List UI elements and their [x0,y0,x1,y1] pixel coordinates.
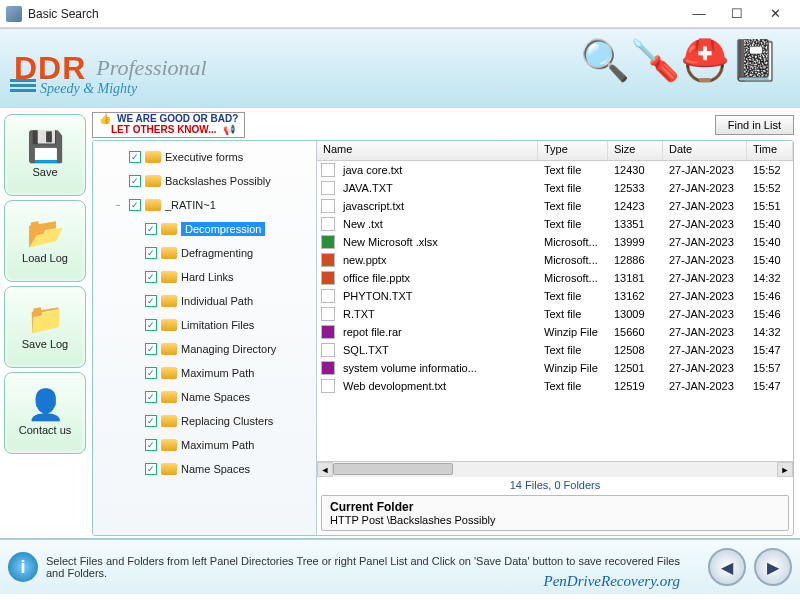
find-in-list-button[interactable]: Find in List [715,115,794,135]
tree-node[interactable]: Replacing Clusters [95,409,314,433]
file-row[interactable]: PHYTON.TXTText file1316227-JAN-202315:46 [317,287,793,305]
folder-icon [145,199,161,211]
file-size: 15660 [608,324,663,340]
scroll-thumb[interactable] [333,463,453,475]
tree-checkbox[interactable] [145,367,157,379]
tree-node[interactable]: Hard Links [95,265,314,289]
file-icon [321,163,335,177]
file-icon [321,325,335,339]
scroll-left-icon[interactable]: ◄ [317,462,333,477]
col-date[interactable]: Date [663,141,747,160]
col-name[interactable]: Name [317,141,538,160]
tree-label: Backslashes Possibly [165,175,271,187]
rating-banner[interactable]: 👍 WE ARE GOOD OR BAD? LET OTHERS KNOW...… [92,112,245,138]
file-type: Winzip File [538,360,608,376]
tree-checkbox[interactable] [145,295,157,307]
tree-label: Name Spaces [181,463,250,475]
tools-graphic: 🔍🪛⛑️📓 [580,37,780,84]
close-button[interactable]: ✕ [756,1,794,27]
file-row[interactable]: java core.txtText file1243027-JAN-202315… [317,161,793,179]
file-row[interactable]: New .txtText file1335127-JAN-202315:40 [317,215,793,233]
maximize-button[interactable]: ☐ [718,1,756,27]
file-icon [321,379,335,393]
file-icon [321,217,335,231]
file-row[interactable]: repot file.rarWinzip File1566027-JAN-202… [317,323,793,341]
horizontal-scrollbar[interactable]: ◄ ► [317,461,793,477]
tree-checkbox[interactable] [145,415,157,427]
tree-label: Name Spaces [181,391,250,403]
tree-node[interactable]: Individual Path [95,289,314,313]
tree-node[interactable]: −_RATIN~1 [95,193,314,217]
tree-node[interactable]: Backslashes Possibly [95,169,314,193]
brand-tagline: Speedy & Mighty [40,81,137,97]
tree-node[interactable]: Maximum Path [95,361,314,385]
file-list[interactable]: java core.txtText file1243027-JAN-202315… [317,161,793,461]
tree-checkbox[interactable] [145,271,157,283]
file-icon [321,307,335,321]
tree-checkbox[interactable] [129,175,141,187]
file-icon [321,253,335,267]
col-time[interactable]: Time [747,141,793,160]
sidebar-contact-us[interactable]: 👤Contact us [4,372,86,454]
sidebar-save[interactable]: 💾Save [4,114,86,196]
tree-checkbox[interactable] [145,343,157,355]
file-date: 27-JAN-2023 [663,180,747,196]
file-row[interactable]: Web devolopment.txtText file1251927-JAN-… [317,377,793,395]
tree-checkbox[interactable] [145,247,157,259]
file-time: 14:32 [747,324,793,340]
minimize-button[interactable]: — [680,1,718,27]
file-row[interactable]: SQL.TXTText file1250827-JAN-202315:47 [317,341,793,359]
folder-icon [161,439,177,451]
file-list-header[interactable]: Name Type Size Date Time [317,141,793,161]
file-row[interactable]: office file.pptxMicrosoft...1318127-JAN-… [317,269,793,287]
tree-checkbox[interactable] [145,319,157,331]
tree-twist-icon[interactable]: − [111,200,125,210]
file-name: Web devolopment.txt [337,378,538,394]
col-size[interactable]: Size [608,141,663,160]
tree-checkbox[interactable] [129,199,141,211]
file-row[interactable]: R.TXTText file1300927-JAN-202315:46 [317,305,793,323]
next-button[interactable]: ▶ [754,548,792,586]
file-type: Text file [538,180,608,196]
folder-icon [161,415,177,427]
tree-checkbox[interactable] [145,463,157,475]
tree-node[interactable]: Maximum Path [95,433,314,457]
col-type[interactable]: Type [538,141,608,160]
file-time: 15:40 [747,234,793,250]
file-row[interactable]: new.pptxMicrosoft...1288627-JAN-202315:4… [317,251,793,269]
tree-label: Maximum Path [181,439,254,451]
tree-node[interactable]: Name Spaces [95,457,314,481]
current-folder-panel: Current Folder HTTP Post \Backslashes Po… [321,495,789,531]
tree-checkbox[interactable] [129,151,141,163]
sidebar-icon: 💾 [27,132,64,162]
scroll-right-icon[interactable]: ► [777,462,793,477]
tree-node[interactable]: Decompression [95,217,314,241]
file-type: Winzip File [538,324,608,340]
file-name: repot file.rar [337,324,538,340]
tree-node[interactable]: Executive forms [95,145,314,169]
folder-icon [161,295,177,307]
file-row[interactable]: New Microsoft .xlsxMicrosoft...1399927-J… [317,233,793,251]
file-row[interactable]: javascript.txtText file1242327-JAN-20231… [317,197,793,215]
sidebar-load-log[interactable]: 📂Load Log [4,200,86,282]
tree-node[interactable]: Managing Directory [95,337,314,361]
tree-checkbox[interactable] [145,439,157,451]
file-type: Microsoft... [538,270,608,286]
folder-tree[interactable]: Executive formsBackslashes Possibly−_RAT… [93,141,317,535]
file-icon [321,343,335,357]
tree-checkbox[interactable] [145,391,157,403]
prev-button[interactable]: ◀ [708,548,746,586]
tree-node[interactable]: Defragmenting [95,241,314,265]
tree-label: _RATIN~1 [165,199,216,211]
sidebar-save-log[interactable]: 📁Save Log [4,286,86,368]
file-name: new.pptx [337,252,538,268]
tree-checkbox[interactable] [145,223,157,235]
footer: i Select Files and Folders from left Pan… [0,538,800,594]
window-title: Basic Search [28,7,680,21]
current-folder-path: HTTP Post \Backslashes Possibly [330,514,780,526]
file-type: Microsoft... [538,234,608,250]
tree-node[interactable]: Name Spaces [95,385,314,409]
tree-node[interactable]: Limitation Files [95,313,314,337]
file-row[interactable]: system volume informatio...Winzip File12… [317,359,793,377]
file-row[interactable]: JAVA.TXTText file1253327-JAN-202315:52 [317,179,793,197]
